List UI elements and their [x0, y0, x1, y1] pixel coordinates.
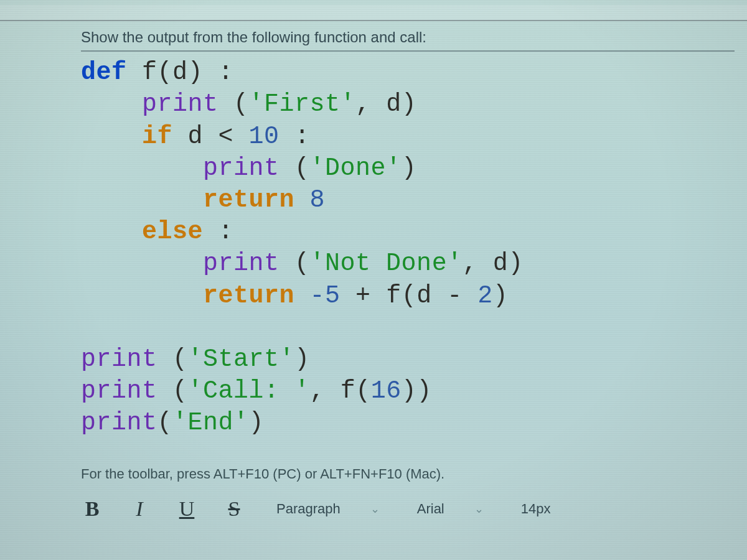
paren-close: ) [402, 377, 417, 405]
string-start: 'Start' [188, 345, 295, 373]
recursive-call-name: f [386, 282, 402, 310]
plus: + [355, 282, 371, 310]
paren-close: ) [188, 58, 204, 86]
paren-open: ( [294, 154, 310, 182]
paren-open: ( [233, 90, 249, 118]
toolbar-hint: For the toolbar, press ALT+F10 (PC) or A… [81, 466, 735, 482]
string-call: 'Call: ' [188, 377, 310, 405]
colon: : [218, 58, 234, 86]
underline-button[interactable]: U [176, 497, 198, 521]
paren-open: ( [294, 250, 310, 278]
string-end: 'End' [172, 409, 249, 437]
print-call: print [203, 250, 280, 278]
arg-d: d [386, 90, 402, 118]
literal-8: 8 [310, 186, 326, 214]
print-call: print [81, 345, 157, 373]
literal-2: 2 [477, 282, 493, 310]
less-than: < [218, 123, 234, 151]
print-call: print [142, 90, 218, 118]
font-family-label: Arial [417, 501, 444, 517]
call-fn: f [341, 377, 356, 405]
strikethrough-button[interactable]: S [223, 497, 245, 521]
comma: , [463, 250, 478, 278]
string-done: 'Done' [310, 154, 402, 182]
block-format-select[interactable]: Paragraph ⌄ [270, 498, 386, 520]
paren-open: ( [355, 377, 371, 405]
paren-open: ( [172, 377, 188, 405]
print-call: print [81, 409, 157, 437]
string-first: 'First' [249, 90, 356, 118]
window-fragment-top [0, 5, 747, 21]
chevron-down-icon: ⌄ [474, 502, 484, 516]
function-name: f [142, 58, 157, 86]
paren-open: ( [157, 58, 173, 86]
literal-16: 16 [371, 377, 402, 405]
minus: - [447, 282, 463, 310]
print-call: print [81, 377, 157, 405]
paren-open: ( [402, 282, 417, 310]
colon: : [218, 218, 234, 246]
keyword-if: if [142, 123, 172, 151]
param-d: d [172, 58, 188, 86]
comma: , [310, 377, 326, 405]
keyword-def: def [81, 58, 127, 86]
paren-close: ) [249, 409, 265, 437]
bold-button[interactable]: B [81, 497, 103, 521]
print-call: print [203, 154, 280, 182]
paren-close: ) [294, 345, 310, 373]
colon: : [294, 123, 310, 151]
paren-close: ) [402, 154, 417, 182]
question-prompt: Show the output from the following funct… [81, 27, 735, 47]
divider [81, 50, 735, 52]
paren-open: ( [157, 409, 173, 437]
paren-close: ) [493, 282, 509, 310]
paren-close: ) [508, 250, 524, 278]
paren-open: ( [172, 345, 188, 373]
cond-var: d [188, 123, 204, 151]
literal-neg5: -5 [310, 282, 341, 310]
comma: , [355, 90, 371, 118]
paren-close: ) [416, 377, 432, 405]
code-block: def f(d) : print ('First', d) if d < 10 … [81, 57, 735, 439]
block-format-label: Paragraph [276, 501, 341, 517]
font-size-select[interactable]: 14px [515, 500, 557, 518]
arg-d: d [493, 250, 509, 278]
question-body: Show the output from the following funct… [0, 27, 747, 523]
keyword-return: return [203, 282, 294, 310]
editor-toolbar: B I U S Paragraph ⌄ Arial ⌄ 14px [81, 495, 735, 523]
chevron-down-icon: ⌄ [370, 502, 380, 516]
string-not-done: 'Not Done' [310, 250, 463, 278]
literal-10: 10 [249, 123, 280, 151]
keyword-return: return [203, 186, 294, 214]
keyword-else: else [142, 218, 203, 246]
paren-close: ) [402, 90, 417, 118]
arg-d: d [416, 282, 432, 310]
font-family-select[interactable]: Arial ⌄ [411, 498, 490, 520]
italic-button[interactable]: I [128, 497, 151, 521]
